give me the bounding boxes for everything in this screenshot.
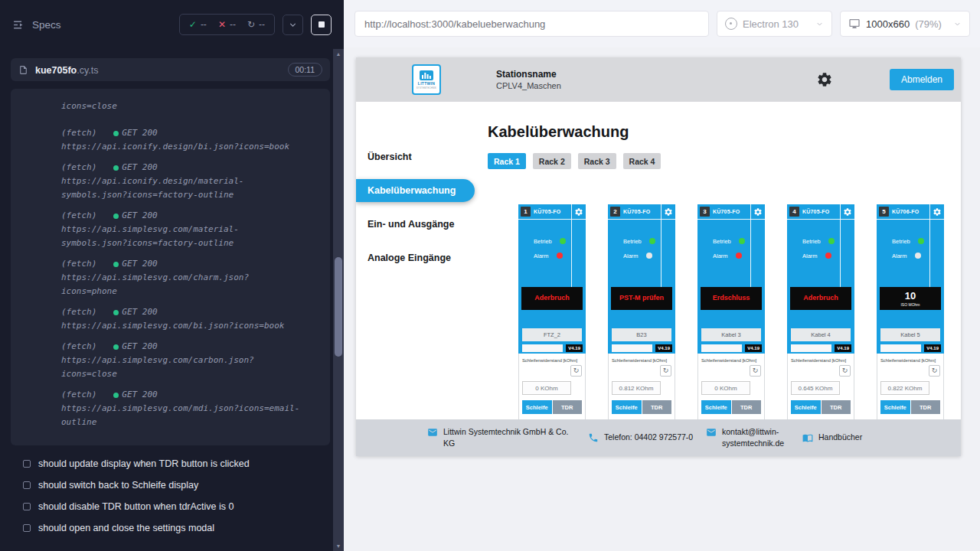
firmware-version: V4.19 <box>655 344 672 352</box>
status-ok-dot <box>113 310 119 315</box>
cable-name-field[interactable]: Kabel 3 <box>701 328 761 341</box>
screen: Specs ✓-- ✕-- ↻-- kue705fo.cy.ts 00:11 i… <box>0 0 980 551</box>
alarm-led-row: Alarm <box>534 252 586 259</box>
test-state-icon <box>23 524 31 532</box>
browser-select[interactable]: Electron 130 <box>717 11 832 37</box>
measurement-label: Schleifenwiderstand [kOhm] <box>880 358 940 363</box>
log-entry[interactable]: (fetch)GET 200 https://api.simplesvg.com… <box>61 388 324 429</box>
tdr-button[interactable]: TDR <box>911 400 941 414</box>
tdr-button[interactable]: TDR <box>732 400 762 414</box>
tdr-button[interactable]: TDR <box>642 400 672 414</box>
refresh-button[interactable]: ↻ <box>750 365 761 377</box>
tab-rack-2[interactable]: Rack 2 <box>533 153 571 169</box>
alarm-led-row: Alarm <box>623 252 675 259</box>
specs-label: Specs <box>32 19 61 31</box>
stat-pending: ↻-- <box>247 19 265 30</box>
log-entry[interactable]: (fetch)GET 200 https://api.iconify.desig… <box>61 126 324 154</box>
nav-kabelueberwachung[interactable]: Kabelüberwachung <box>356 179 475 202</box>
refresh-button[interactable]: ↻ <box>660 365 671 377</box>
spec-name: kue705fo.cy.ts <box>35 63 98 77</box>
request-url: https://api.simplesvg.com/carbon.json?ic… <box>61 354 300 381</box>
status-ok-dot <box>113 262 119 267</box>
card-settings-icon[interactable] <box>843 207 852 217</box>
measurement-label: Schleifenwiderstand [kOhm] <box>701 358 761 363</box>
betrieb-led <box>828 238 835 244</box>
schleife-button[interactable]: Schleife <box>612 400 642 414</box>
scroll-up-arrow[interactable]: ▲ <box>333 51 344 57</box>
cable-name-field[interactable]: Kabel 4 <box>791 328 851 341</box>
viewport-select[interactable]: 1000x660 (79%) <box>840 11 970 37</box>
card-settings-icon[interactable] <box>753 207 763 217</box>
device-model: KÜ705-FO <box>623 209 650 214</box>
specs-list-icon <box>12 18 25 31</box>
footer-email[interactable]: kontakt@littwin-systemtechnik.de <box>706 426 794 449</box>
log-entry[interactable]: (fetch)GET 200 https://api.simplesvg.com… <box>61 305 324 333</box>
bottom-strip <box>612 344 652 352</box>
scroll-down-arrow[interactable]: ▼ <box>333 543 344 549</box>
mail-icon <box>706 427 717 438</box>
test-state-icon <box>23 503 31 510</box>
test-state-icon <box>23 481 31 489</box>
spec-file-icon <box>18 64 28 76</box>
nav-analoge-eingaenge[interactable]: Analoge Eingänge <box>356 246 475 269</box>
cable-name-field[interactable]: B23 <box>612 328 671 341</box>
nav-ein-und-ausgaenge[interactable]: Ein- und Ausgänge <box>356 213 475 236</box>
book-icon <box>802 432 813 443</box>
device-card-2: 2 KÜ705-FO Betrieb Alarm PST-M prüfen B2… <box>608 204 675 430</box>
test-item[interactable]: should open and close the settings modal <box>0 517 333 539</box>
tab-rack-1[interactable]: Rack 1 <box>488 153 526 169</box>
runner-topbar: Specs ✓-- ✕-- ↻-- <box>0 0 344 49</box>
cypress-runner: Specs ✓-- ✕-- ↻-- kue705fo.cy.ts 00:11 i… <box>0 0 344 551</box>
scroll-thumb[interactable] <box>335 257 342 357</box>
spec-header[interactable]: kue705fo.cy.ts 00:11 <box>11 58 330 81</box>
logout-button[interactable]: Abmelden <box>890 69 954 90</box>
log-entry[interactable]: (fetch)GET 200 https://api.simplesvg.com… <box>61 257 324 298</box>
main-content: Kabelüberwachung Rack 1 Rack 2 Rack 3 Ra… <box>475 102 961 456</box>
request-url: https://api.iconify.design/material-symb… <box>61 174 300 202</box>
card-divider <box>750 204 751 289</box>
stop-button[interactable] <box>311 15 332 35</box>
app-body: Übersicht Kabelüberwachung Ein- und Ausg… <box>356 102 961 456</box>
test-list: should update display when TDR button is… <box>0 453 333 539</box>
measurement-panel: Schleifenwiderstand [kOhm] ↻ 0.645 KOhm … <box>787 354 854 430</box>
device-front: 2 KÜ705-FO Betrieb Alarm PST-M prüfen B2… <box>608 204 675 354</box>
test-item[interactable]: should disable TDR button when tdrActive… <box>0 496 333 517</box>
betrieb-led-row: Betrieb <box>623 237 675 245</box>
collapse-button[interactable] <box>283 15 303 35</box>
log-entry[interactable]: (fetch)GET 200 https://api.simplesvg.com… <box>61 209 324 250</box>
refresh-button[interactable]: ↻ <box>570 365 582 377</box>
card-settings-icon[interactable] <box>664 207 673 217</box>
log-entry[interactable]: (fetch)GET 200 https://api.iconify.desig… <box>61 161 324 202</box>
card-settings-icon[interactable] <box>933 207 942 217</box>
schleife-button[interactable]: Schleife <box>791 400 821 414</box>
tdr-button[interactable]: TDR <box>553 400 583 414</box>
measurement-panel: Schleifenwiderstand [kOhm] ↻ 0 KOhm Schl… <box>518 354 586 430</box>
test-item[interactable]: should switch back to Schleife display <box>0 474 333 496</box>
log-overflow-line: icons=close <box>61 99 300 113</box>
runner-scrollbar[interactable]: ▲ ▼ <box>333 49 344 551</box>
footer-manuals[interactable]: Handbücher <box>802 432 862 443</box>
reporter: kue705fo.cy.ts 00:11 icons=close (fetch)… <box>0 49 333 551</box>
browser-toolbar: http://localhost:3000/kabelueberwachung … <box>344 0 980 47</box>
device-model: KÜ705-FO <box>713 209 740 214</box>
bottom-strip <box>522 344 563 352</box>
cable-name-field[interactable]: FTZ_2 <box>522 328 582 341</box>
specs-toggle[interactable]: Specs <box>12 18 61 31</box>
refresh-button[interactable]: ↻ <box>839 365 851 377</box>
log-entry[interactable]: (fetch)GET 200 https://api.simplesvg.com… <box>61 340 324 381</box>
nav-uebersicht[interactable]: Übersicht <box>356 145 475 168</box>
refresh-button[interactable]: ↻ <box>929 365 940 377</box>
tab-rack-3[interactable]: Rack 3 <box>578 153 616 169</box>
card-settings-icon[interactable] <box>574 207 583 217</box>
schleife-button[interactable]: Schleife <box>701 400 731 414</box>
url-bar[interactable]: http://localhost:3000/kabelueberwachung <box>354 11 709 37</box>
monitor-icon <box>848 18 861 30</box>
tab-rack-4[interactable]: Rack 4 <box>623 153 662 169</box>
slot-number: 4 <box>789 207 799 217</box>
cable-name-field[interactable]: Kabel 5 <box>880 328 940 341</box>
schleife-button[interactable]: Schleife <box>522 400 552 414</box>
schleife-button[interactable]: Schleife <box>880 400 910 414</box>
settings-gear-icon[interactable] <box>816 71 833 88</box>
test-item[interactable]: should update display when TDR button is… <box>0 453 333 474</box>
tdr-button[interactable]: TDR <box>822 400 851 414</box>
